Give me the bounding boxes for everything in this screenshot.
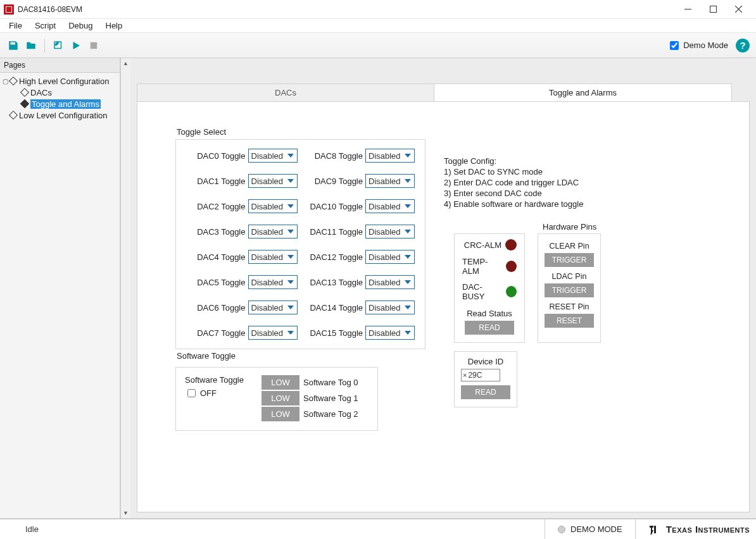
alarm-panel: CRC-ALM TEMP-ALM DAC-BUSY Read Status RE… xyxy=(454,233,525,343)
status-bar: Idle DEMO MODE Texas Instruments xyxy=(0,519,756,539)
toggle-select-combo-5[interactable]: Disabled xyxy=(248,275,298,289)
read-status-label: Read Status xyxy=(467,309,512,318)
toggle-select-label-1: DAC1 Toggle xyxy=(197,177,245,186)
toggle-select-label-9: DAC9 Toggle xyxy=(315,177,363,186)
toggle-select-combo-1[interactable]: Disabled xyxy=(248,174,298,188)
toggle-select-7: DAC7 ToggleDisabled xyxy=(186,326,298,340)
sw-tog1-low-button[interactable]: LOW xyxy=(261,391,299,406)
toggle-select-label-2: DAC2 Toggle xyxy=(197,202,245,211)
sw-tog1-label: Software Tog 1 xyxy=(303,393,358,403)
toggle-select-combo-7[interactable]: Disabled xyxy=(248,326,298,340)
svg-rect-1 xyxy=(710,6,716,13)
run-icon[interactable] xyxy=(69,39,83,53)
toggle-select-combo-8[interactable]: Disabled xyxy=(365,149,415,163)
toggle-select-9: DAC9 ToggleDisabled xyxy=(304,174,415,188)
tab-dacs[interactable]: DACs xyxy=(137,84,434,102)
menu-debug[interactable]: Debug xyxy=(63,20,98,32)
dac-busy-row: DAC-BUSY xyxy=(462,282,517,301)
sidebar-scrollbar[interactable]: ▲ ▼ xyxy=(120,58,130,518)
tree-dacs[interactable]: DACs xyxy=(1,87,120,98)
toggle-select-combo-12[interactable]: Disabled xyxy=(365,250,415,264)
stop-icon[interactable] xyxy=(87,39,101,53)
toggle-select-label-4: DAC4 Toggle xyxy=(197,252,245,262)
toggle-select-combo-3[interactable]: Disabled xyxy=(248,225,298,239)
chevron-down-icon xyxy=(286,176,296,186)
toggle-select-4: DAC4 ToggleDisabled xyxy=(186,250,298,264)
sw-tog0-low-button[interactable]: LOW xyxy=(261,375,299,390)
toggle-select-label-11: DAC11 Toggle xyxy=(310,227,363,237)
chevron-down-icon xyxy=(286,151,296,161)
clear-pin-label: CLEAR Pin xyxy=(549,242,589,251)
title-bar: DAC81416-08EVM xyxy=(0,0,756,19)
nav-tree: ▢ High Level Configuration DACs Toggle a… xyxy=(0,73,120,123)
minimize-button[interactable] xyxy=(675,0,700,19)
toggle-select-combo-4[interactable]: Disabled xyxy=(248,250,298,264)
ldac-pin-label: LDAC Pin xyxy=(552,272,587,281)
device-id-read-button[interactable]: READ xyxy=(461,385,510,399)
device-id-title: Device ID xyxy=(461,357,510,366)
toggle-select-combo-13[interactable]: Disabled xyxy=(365,275,415,289)
menu-script[interactable]: Script xyxy=(30,20,61,32)
reset-button[interactable]: RESET xyxy=(545,314,594,328)
open-folder-icon[interactable] xyxy=(24,39,38,53)
toggle-select-label-6: DAC6 Toggle xyxy=(197,303,245,313)
sw-tog2-low-button[interactable]: LOW xyxy=(261,407,299,421)
menu-file[interactable]: File xyxy=(4,20,27,32)
svg-rect-0 xyxy=(684,9,691,9)
toggle-select-combo-14[interactable]: Disabled xyxy=(365,300,415,314)
toggle-select-5: DAC5 ToggleDisabled xyxy=(186,275,298,289)
demo-mode-checkbox[interactable] xyxy=(670,41,679,50)
help-icon[interactable]: ? xyxy=(736,39,750,53)
demo-mode-label: Demo Mode xyxy=(683,40,728,50)
toggle-select-15: DAC15 ToggleDisabled xyxy=(304,326,415,340)
toolbar: Demo Mode ? xyxy=(0,33,756,58)
scroll-down-icon[interactable]: ▼ xyxy=(121,508,130,518)
software-toggle-off[interactable]: OFF xyxy=(185,387,244,399)
toggle-select-label-3: DAC3 Toggle xyxy=(197,227,245,237)
save-icon[interactable] xyxy=(6,39,20,53)
chevron-down-icon xyxy=(286,277,296,287)
toggle-select-combo-11[interactable]: Disabled xyxy=(365,225,415,239)
tree-low-level[interactable]: Low Level Configuration xyxy=(1,109,120,121)
scroll-up-icon[interactable]: ▲ xyxy=(121,58,130,68)
chevron-down-icon xyxy=(286,201,296,211)
sidebar: Pages ▢ High Level Configuration DACs To… xyxy=(0,58,120,518)
chevron-down-icon xyxy=(403,151,413,161)
toggle-select-2: DAC2 ToggleDisabled xyxy=(186,199,298,213)
hex-prefix: × xyxy=(463,371,467,379)
read-status-button[interactable]: READ xyxy=(465,321,514,335)
clear-trigger-button[interactable]: TRIGGER xyxy=(545,253,594,267)
toggle-select-combo-0[interactable]: Disabled xyxy=(248,149,298,163)
tabstrip: DACs Toggle and Alarms xyxy=(137,84,750,102)
toggle-select-8: DAC8 ToggleDisabled xyxy=(304,149,415,163)
tree-toggle-alarms[interactable]: Toggle and Alarms xyxy=(1,98,120,109)
menu-help[interactable]: Help xyxy=(101,20,128,32)
toggle-select-11: DAC11 ToggleDisabled xyxy=(304,225,415,239)
close-button[interactable] xyxy=(726,0,751,19)
device-id-value: 29C xyxy=(468,371,482,380)
chevron-down-icon xyxy=(403,277,413,287)
ldac-trigger-button[interactable]: TRIGGER xyxy=(545,283,594,297)
toggle-select-combo-15[interactable]: Disabled xyxy=(365,326,415,340)
tree-high-level[interactable]: ▢ High Level Configuration xyxy=(1,75,120,87)
crc-alm-row: CRC-ALM xyxy=(462,239,517,251)
toggle-select-label-15: DAC15 Toggle xyxy=(310,328,363,338)
toggle-select-3: DAC3 ToggleDisabled xyxy=(186,225,298,239)
toggle-select-combo-10[interactable]: Disabled xyxy=(365,199,415,213)
edit-icon[interactable] xyxy=(51,39,65,53)
device-id-field[interactable]: × 29C xyxy=(461,369,500,381)
chevron-down-icon xyxy=(286,252,296,262)
status-mode: DEMO MODE xyxy=(545,519,635,539)
diamond-icon xyxy=(9,77,18,85)
toggle-config-text: Toggle Config: 1) Set DAC to SYNC mode 2… xyxy=(444,156,608,209)
chevron-down-icon xyxy=(403,226,413,237)
toggle-select-combo-9[interactable]: Disabled xyxy=(365,174,415,188)
maximize-button[interactable] xyxy=(700,0,726,19)
main-area: DACs Toggle and Alarms Toggle Select DAC… xyxy=(130,58,756,518)
toggle-select-combo-2[interactable]: Disabled xyxy=(248,199,298,213)
demo-mode-toggle[interactable]: Demo Mode xyxy=(667,39,728,52)
software-toggle-off-checkbox[interactable] xyxy=(187,389,196,397)
toggle-select-combo-6[interactable]: Disabled xyxy=(248,300,298,314)
collapse-icon[interactable]: ▢ xyxy=(1,78,9,85)
tab-toggle-alarms[interactable]: Toggle and Alarms xyxy=(434,84,732,102)
